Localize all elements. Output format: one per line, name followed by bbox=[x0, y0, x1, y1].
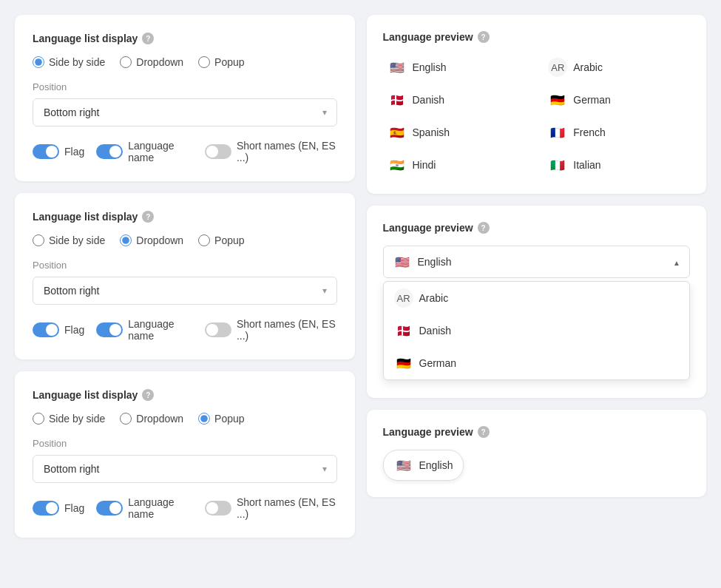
preview1-title-text: Language preview bbox=[383, 31, 473, 43]
panel2-flag-label: Flag bbox=[64, 324, 84, 336]
lang-item-german[interactable]: 🇩🇪 German bbox=[544, 87, 690, 112]
panel1-toggle-shortnames[interactable]: Short names (EN, ES ...) bbox=[205, 140, 337, 163]
hindi-flag-icon: 🇮🇳 bbox=[387, 155, 407, 175]
popup-lang-label: English bbox=[419, 459, 453, 471]
panel2-option-dropdown-label: Dropdown bbox=[136, 234, 183, 246]
panel2-title-text: Language list display bbox=[33, 211, 138, 223]
panel3-radio-popup[interactable]: Popup bbox=[198, 413, 244, 425]
dropdown-selected-label: English bbox=[418, 256, 452, 268]
hindi-name: Hindi bbox=[413, 159, 436, 171]
lang-item-arabic[interactable]: AR Arabic bbox=[544, 55, 690, 80]
panel2-option-sidebyside-label: Side by side bbox=[49, 234, 105, 246]
panel1-flag-toggle-switch[interactable] bbox=[33, 144, 59, 159]
preview1-help-icon[interactable]: ? bbox=[478, 31, 490, 43]
preview-dropdown: Language preview ? 🇺🇸 English ☞ AR Arabi… bbox=[367, 206, 707, 398]
panel1-position-select-wrapper: Bottom right Bottom left Top right Top l… bbox=[33, 98, 337, 126]
lang-item-hindi[interactable]: 🇮🇳 Hindi bbox=[383, 152, 529, 178]
preview2-help-icon[interactable]: ? bbox=[478, 222, 490, 234]
dropdown-selected-flag-icon: 🇺🇸 bbox=[393, 252, 412, 271]
panel3-toggle-langname[interactable]: Language name bbox=[96, 496, 193, 520]
panel3-position-select[interactable]: Bottom right Bottom left Top right Top l… bbox=[33, 455, 337, 483]
panel-side-by-side: Language list display ? Side by side Dro… bbox=[15, 15, 355, 181]
lang-item-english[interactable]: 🇺🇸 English bbox=[383, 55, 529, 80]
spanish-flag-icon: 🇪🇸 bbox=[387, 123, 407, 142]
panel3-toggle-row: Flag Language name Short names (EN, ES .… bbox=[33, 496, 337, 520]
panel1-radio-group: Side by side Dropdown Popup bbox=[33, 56, 337, 68]
lang-item-italian[interactable]: 🇮🇹 Italian bbox=[544, 152, 690, 178]
english-flag-icon: 🇺🇸 bbox=[387, 58, 407, 77]
panel2-radio-dropdown[interactable]: Dropdown bbox=[120, 234, 183, 246]
panel2-toggle-flag[interactable]: Flag bbox=[33, 322, 84, 337]
panel3-toggle-flag[interactable]: Flag bbox=[33, 501, 84, 516]
dropdown-danish-flag-icon: 🇩🇰 bbox=[394, 321, 413, 340]
panel3-position-label: Position bbox=[33, 438, 337, 449]
panel1-title-text: Language list display bbox=[33, 33, 138, 44]
dropdown-item-arabic[interactable]: AR Arabic bbox=[384, 282, 690, 314]
panel1-radio-popup[interactable]: Popup bbox=[198, 56, 244, 68]
panel1-langname-label: Language name bbox=[128, 140, 193, 163]
panel2-radio-popup[interactable]: Popup bbox=[198, 234, 244, 246]
panel2-toggle-langname[interactable]: Language name bbox=[96, 318, 193, 342]
panel2-radio-group: Side by side Dropdown Popup bbox=[33, 234, 337, 246]
dropdown-selected-button[interactable]: 🇺🇸 English bbox=[383, 246, 691, 278]
panel3-help-icon[interactable]: ? bbox=[142, 389, 154, 401]
dropdown-arabic-label: Arabic bbox=[419, 292, 449, 304]
italian-flag-icon: 🇮🇹 bbox=[548, 155, 567, 175]
panel2-langname-toggle-switch[interactable] bbox=[96, 322, 123, 337]
panel1-toggle-langname[interactable]: Language name bbox=[96, 140, 193, 163]
panel2-flag-toggle-switch[interactable] bbox=[33, 322, 59, 337]
panel1-position-label: Position bbox=[33, 81, 337, 92]
panel2-position-select[interactable]: Bottom right Bottom left Top right Top l… bbox=[33, 277, 337, 305]
panel3-radio-group: Side by side Dropdown Popup bbox=[33, 413, 337, 425]
preview2-title: Language preview ? bbox=[383, 222, 691, 234]
arabic-flag-icon: AR bbox=[548, 58, 567, 77]
panel3-langname-toggle-switch[interactable] bbox=[96, 501, 123, 516]
panel3-flag-toggle-switch[interactable] bbox=[33, 501, 59, 516]
preview3-title: Language preview ? bbox=[383, 426, 691, 438]
lang-item-french[interactable]: 🇫🇷 French bbox=[544, 120, 690, 145]
popup-button[interactable]: 🇺🇸 English bbox=[383, 450, 464, 481]
panel3-position-select-wrapper: Bottom right Bottom left Top right Top l… bbox=[33, 455, 337, 483]
panel1-shortnames-toggle-switch[interactable] bbox=[205, 144, 231, 159]
lang-item-spanish[interactable]: 🇪🇸 Spanish bbox=[383, 120, 529, 145]
panel1-langname-toggle-switch[interactable] bbox=[96, 144, 123, 159]
panel1-shortnames-label: Short names (EN, ES ...) bbox=[237, 140, 337, 163]
panel1-help-icon[interactable]: ? bbox=[142, 33, 154, 44]
dropdown-german-label: German bbox=[419, 357, 457, 369]
preview3-title-text: Language preview bbox=[383, 426, 473, 438]
left-column: Language list display ? Side by side Dro… bbox=[15, 15, 355, 538]
french-name: French bbox=[573, 126, 606, 138]
preview3-help-icon[interactable]: ? bbox=[478, 426, 490, 438]
panel1-position-select[interactable]: Bottom right Bottom left Top right Top l… bbox=[33, 98, 337, 126]
panel2-langname-label: Language name bbox=[128, 318, 193, 342]
panel1-radio-sidebyside[interactable]: Side by side bbox=[33, 56, 105, 68]
main-layout: Language list display ? Side by side Dro… bbox=[15, 15, 706, 538]
panel1-radio-dropdown[interactable]: Dropdown bbox=[120, 56, 183, 68]
panel3-radio-sidebyside[interactable]: Side by side bbox=[33, 413, 105, 425]
dropdown-chevron-up-icon bbox=[673, 256, 680, 268]
panel1-toggle-flag[interactable]: Flag bbox=[33, 144, 84, 159]
right-column: Language preview ? 🇺🇸 English AR Arabic … bbox=[367, 15, 707, 538]
panel2-radio-sidebyside[interactable]: Side by side bbox=[33, 234, 105, 246]
panel2-shortnames-toggle-switch[interactable] bbox=[205, 322, 231, 337]
preview2-dropdown: 🇺🇸 English ☞ AR Arabic 🇩🇰 Danish bbox=[383, 246, 691, 278]
preview-popup: Language preview ? 🇺🇸 English bbox=[367, 410, 707, 497]
panel3-radio-dropdown[interactable]: Dropdown bbox=[120, 413, 183, 425]
panel2-help-icon[interactable]: ? bbox=[142, 211, 154, 223]
lang-item-danish[interactable]: 🇩🇰 Danish bbox=[383, 87, 529, 112]
popup-flag-icon: 🇺🇸 bbox=[394, 456, 413, 475]
panel2-toggle-shortnames[interactable]: Short names (EN, ES ...) bbox=[205, 318, 337, 342]
german-name: German bbox=[573, 94, 611, 106]
spanish-name: Spanish bbox=[413, 126, 450, 138]
dropdown-item-german[interactable]: 🇩🇪 German bbox=[384, 347, 690, 379]
panel3-toggle-shortnames[interactable]: Short names (EN, ES ...) bbox=[205, 496, 337, 520]
panel2-shortnames-label: Short names (EN, ES ...) bbox=[237, 318, 337, 342]
panel1-title: Language list display ? bbox=[33, 33, 337, 44]
dropdown-item-danish[interactable]: 🇩🇰 Danish bbox=[384, 314, 690, 347]
panel3-option-popup-label: Popup bbox=[214, 413, 244, 425]
panel2-option-popup-label: Popup bbox=[214, 234, 244, 246]
panel3-option-sidebyside-label: Side by side bbox=[49, 413, 105, 425]
panel3-shortnames-toggle-switch[interactable] bbox=[205, 501, 231, 516]
danish-name: Danish bbox=[413, 94, 445, 106]
dropdown-danish-label: Danish bbox=[419, 325, 452, 337]
